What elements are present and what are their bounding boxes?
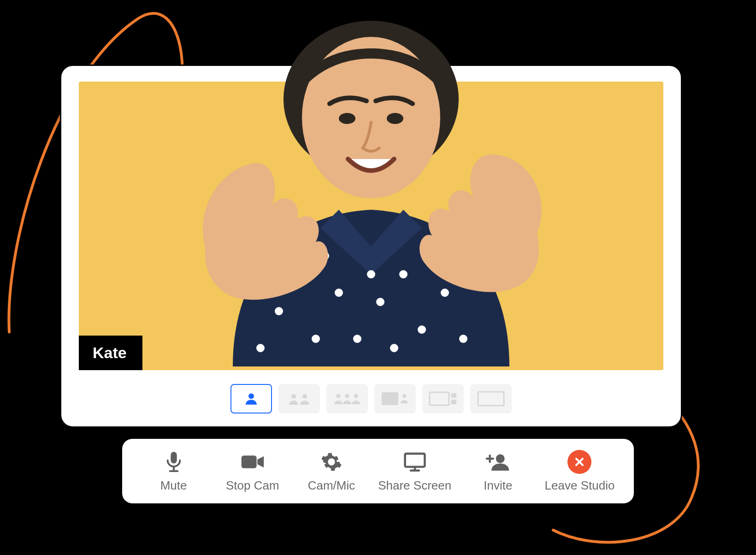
svg-point-22 [302,394,307,399]
svg-point-3 [339,113,355,124]
gear-icon [319,450,343,474]
spotlight-left-icon [428,390,458,408]
fullscreen-icon [476,390,506,408]
svg-point-9 [353,335,361,343]
participant-name: Kate [93,344,127,361]
stop-cam-label: Stop Cam [226,478,279,493]
svg-point-14 [459,335,467,343]
svg-point-17 [367,270,375,278]
svg-point-39 [496,454,505,463]
svg-point-4 [387,113,403,124]
svg-point-11 [399,270,408,278]
svg-point-15 [256,344,265,352]
svg-point-12 [418,325,426,334]
share-screen-button[interactable]: Share Screen [378,450,451,493]
add-user-icon [486,450,510,474]
svg-rect-26 [382,392,398,405]
person-icon [243,391,259,407]
svg-point-24 [345,394,349,398]
two-people-icon [287,392,312,406]
svg-rect-36 [405,454,425,467]
layout-option-fullscreen[interactable] [470,384,512,413]
three-people-icon [333,391,361,406]
svg-point-25 [354,394,358,398]
participant-name-tag: Kate [79,336,142,370]
stop-cam-button[interactable]: Stop Cam [220,450,285,493]
leave-studio-button[interactable]: Leave Studio [545,450,615,493]
invite-label: Invite [484,478,512,493]
control-toolbar: Mute Stop Cam Cam/Mic Share Screen [122,439,634,503]
mute-button[interactable]: Mute [142,450,206,493]
svg-rect-29 [451,393,456,398]
cam-mic-settings-button[interactable]: Cam/Mic [299,450,364,493]
layout-option-spotlight-left[interactable] [422,384,464,413]
svg-rect-32 [171,452,177,463]
layout-option-three-up[interactable] [326,384,368,413]
svg-point-18 [390,344,398,352]
svg-rect-35 [242,455,257,468]
studio-window: Kate [60,65,682,428]
svg-rect-30 [451,400,456,404]
layout-option-two-up[interactable] [278,384,320,413]
mute-label: Mute [160,478,187,493]
svg-point-20 [248,393,254,399]
svg-point-8 [335,289,343,297]
layout-option-spotlight-right[interactable] [374,384,416,413]
invite-button[interactable]: Invite [466,450,530,493]
svg-point-21 [291,394,296,399]
svg-point-10 [376,298,384,306]
cam-mic-label: Cam/Mic [308,478,355,493]
presenter-video [164,16,579,366]
svg-point-5 [275,307,283,315]
svg-rect-31 [478,392,504,406]
layout-selector [79,384,663,413]
svg-point-27 [402,394,406,398]
video-icon [241,450,265,474]
svg-rect-28 [430,392,449,405]
video-frame: Kate [79,82,663,370]
share-screen-label: Share Screen [378,478,451,493]
close-icon [567,450,591,474]
spotlight-right-icon [380,390,410,408]
layout-option-single[interactable] [230,384,272,413]
leave-studio-label: Leave Studio [545,478,615,493]
svg-point-13 [441,289,449,297]
svg-point-7 [312,335,320,343]
microphone-icon [162,450,186,474]
monitor-icon [403,450,427,474]
svg-point-23 [337,394,341,398]
